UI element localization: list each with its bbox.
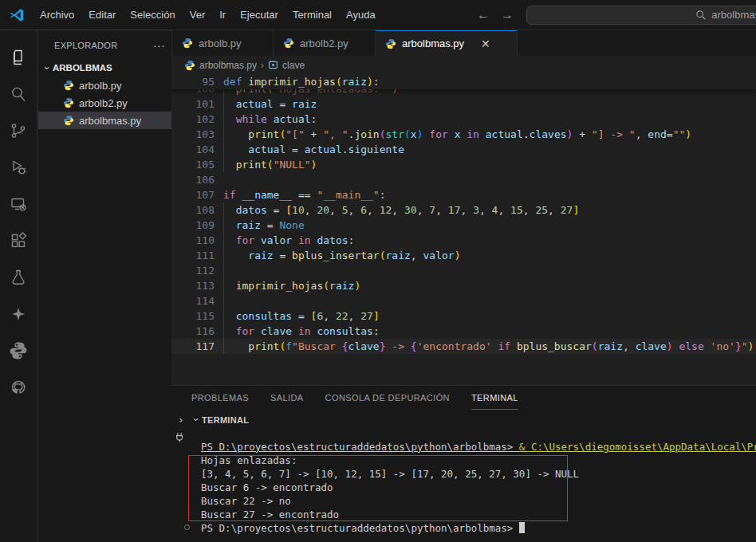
command-center-search[interactable]: arbolbmas [526,6,756,25]
file-item-arbolbmas.py[interactable]: arbolbmas.py [38,112,171,129]
python-file-icon [63,80,74,91]
chevron-down-icon[interactable]: › [191,414,203,426]
line-number: 112 [171,263,215,278]
line-text: imprimir_hojas(raiz) [223,278,360,293]
python-file-icon [184,60,195,71]
forward-arrow-icon[interactable]: → [501,8,514,22]
menu-ir[interactable]: Ir [212,6,233,24]
menu-selección[interactable]: Selección [123,6,182,24]
back-arrow-icon[interactable]: ← [477,8,490,22]
code-line-109: 109 raiz = None [171,218,756,233]
breadcrumb-separator: › [261,60,264,71]
line-text: while actual: [223,112,317,127]
line-number: 102 [171,112,215,127]
breadcrumb: arbolbmas.py › clave [171,56,756,74]
vscode-window: ArchivoEditarSelecciónVerIrEjecutarTermi… [0,0,756,542]
symbol-field-icon [268,60,278,70]
line-text: consultas = [6, 22, 27] [223,308,380,324]
line-text: for clave in consultas: [223,324,380,339]
editor-group: arbolb.pyarbolb2.pyarbolbmas.py✕ arbolbm… [171,31,756,542]
tab-label: arbolb.py [199,37,241,49]
terminal-line-6: Buscar 27 -> encontrado [171,508,756,521]
file-label: arbolb.py [79,80,121,92]
terminal-view[interactable]: PS D:\proyectos\estructuraddedatos\pytho… [171,430,756,542]
github-icon[interactable] [0,369,37,406]
tab-arbolbmas.py[interactable]: arbolbmas.py✕ [376,30,518,56]
tab-arbolb.py[interactable]: arbolb.py [171,30,274,56]
line-number: 115 [171,308,215,324]
line-text: print("[" + ", ".join(str(x) for x in ac… [223,127,691,142]
remote-explorer-icon[interactable] [0,186,37,222]
terminal-line-5: Buscar 22 -> no [171,494,756,508]
line-text: print("NULL") [223,157,317,172]
explorer-icon[interactable] [0,39,37,76]
line-number: 113 [171,278,215,293]
code-line-107: 107if __name__ == "__main__": [171,187,756,202]
menu-editar[interactable]: Editar [81,6,123,24]
run-debug-icon[interactable] [0,149,37,186]
line-text: print(f"Buscar {clave} -> {'encontrado' … [223,339,754,354]
title-bar: ArchivoEditarSelecciónVerIrEjecutarTermi… [0,0,756,30]
code-line-111: 111 raiz = bplus_insertar(raiz, valor) [171,248,756,263]
file-item-arbolb2.py[interactable]: arbolb2.py [38,94,171,112]
breadcrumb-symbol[interactable]: clave [282,60,305,71]
python-file-icon [182,37,193,49]
sidebar-section-arbolbmas[interactable]: › ARBOLBMAS [38,59,171,77]
line-number: 103 [171,127,215,142]
code-line-105: 105 print("NULL") [171,157,756,172]
code-lines: 101 actual = raiz102 while actual:103 pr… [171,96,756,354]
line-number: 109 [171,218,215,233]
line-number: 104 [171,142,215,157]
line-text: def imprimir_hojas(raiz): [223,74,380,89]
line-number: 107 [171,187,215,202]
code-editor[interactable]: 95def imprimir_hojas(raiz): 100 print("H… [171,74,756,385]
menu-ayuda[interactable]: Ayuda [339,6,383,24]
tab-label: arbolb2.py [300,37,348,49]
file-item-arbolb.py[interactable]: arbolb.py [38,77,171,94]
command-center-text: arbolbmas [711,9,756,21]
source-control-icon[interactable] [0,112,37,149]
line-number: 95 [171,74,215,89]
code-line-117: 117 print(f"Buscar {clave} -> {'encontra… [171,339,756,354]
panel-tab-terminal[interactable]: TERMINAL [471,386,518,410]
python-icon[interactable] [0,332,37,369]
menu-terminal[interactable]: Terminal [285,6,339,24]
python-file-icon [283,37,294,49]
code-line-95: 95def imprimir_hojas(raiz): [171,74,756,89]
line-number: 100 [171,89,215,96]
code-line-114: 114 [171,293,756,308]
panel-tab-bar: PROBLEMASSALIDACONSOLA DE DEPURACIÓNTERM… [171,386,756,410]
search-icon[interactable] [0,76,37,112]
terminal-line-4: Buscar 6 -> encontrado [171,481,756,494]
line-number: 106 [171,172,215,187]
file-tree: arbolb.pyarbolb2.pyarbolbmas.py [38,77,171,129]
code-line-115: 115 consultas = [6, 22, 27] [171,308,756,324]
terminal-cursor [519,522,525,533]
menu-archivo[interactable]: Archivo [33,6,81,24]
code-line-112: 112 [171,263,756,278]
terminal-line-7: PS D:\proyectos\estructuraddedatos\pytho… [171,521,756,535]
panel-tab-salida[interactable]: SALIDA [270,386,304,410]
activity-bar [0,31,37,542]
sparkle-icon[interactable] [0,296,37,332]
close-icon[interactable]: ✕ [481,37,490,50]
menu-ejecutar[interactable]: Ejecutar [233,6,285,24]
breadcrumb-file[interactable]: arbolbmas.py [199,60,257,71]
line-text: raiz = bplus_insertar(raiz, valor) [223,248,460,263]
extensions-icon[interactable] [0,222,37,259]
testing-icon[interactable] [0,259,37,296]
line-number: 108 [171,202,215,218]
sidebar-more-actions-icon[interactable]: ··· [153,39,165,52]
menu-ver[interactable]: Ver [183,6,213,24]
terminal-section-label[interactable]: TERMINAL [202,415,249,425]
line-text: for valor in datos: [223,233,354,248]
panel-tab-consola-de-depuración[interactable]: CONSOLA DE DEPURACIÓN [325,386,450,410]
line-text: raiz = None [223,218,305,233]
panel-tab-problemas[interactable]: PROBLEMAS [191,386,249,410]
tab-arbolb2.py[interactable]: arbolb2.py [274,30,376,56]
code-line-110: 110 for valor in datos: [171,233,756,248]
python-file-icon [385,38,396,49]
panel-chevron-icon[interactable]: › [171,414,191,426]
line-number: 116 [171,324,215,339]
code-line-102: 102 while actual: [171,112,756,127]
